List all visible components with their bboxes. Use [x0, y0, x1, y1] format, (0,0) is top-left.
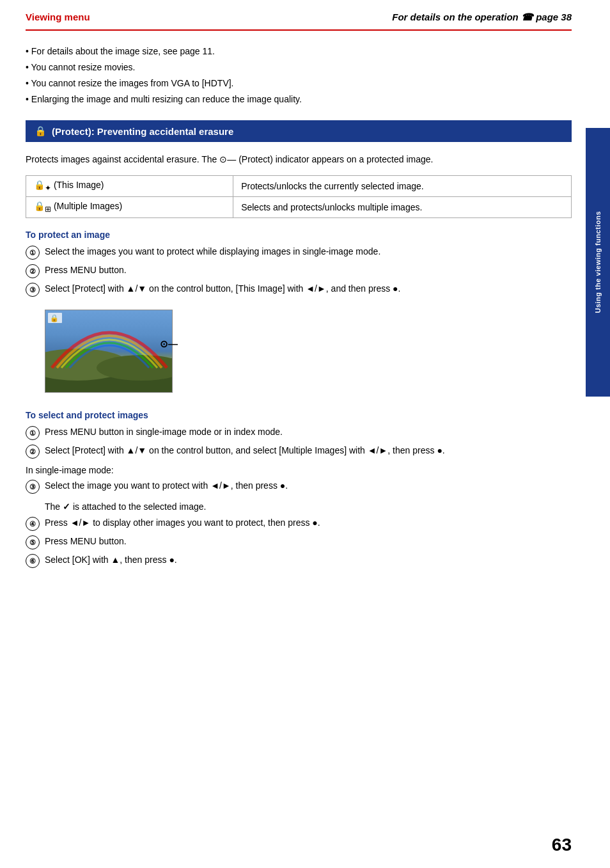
step-item: ③ Select [Protect] with ▲/▼ on the contr… [26, 282, 572, 297]
step-number-5: ⑤ [26, 535, 40, 549]
mode-label: In single-image mode: [26, 465, 572, 475]
table-cell-multi-image-icon: 🔒⊞ (Multiple Images) [26, 197, 233, 218]
page-header: Viewing menu For details on the operatio… [0, 0, 610, 29]
bullet-note-3: You cannot resize the images from VGA to… [26, 75, 572, 91]
step-number-1: ① [26, 246, 40, 260]
svg-text:🔒: 🔒 [50, 313, 59, 322]
subsection-heading-protect: To protect an image [26, 230, 572, 240]
step-text-s2: Select [Protect] with ▲/▼ on the control… [45, 444, 572, 457]
bullet-note-2: You cannot resize movies. [26, 59, 572, 75]
step-number-2: ② [26, 264, 40, 278]
step-text-2: Press MENU button. [45, 264, 572, 277]
step-number-3: ③ [26, 283, 40, 297]
phone-icon: ☎ [521, 12, 536, 22]
sub-step-checkmark: The ✓ is attached to the selected image. [45, 500, 572, 514]
table-row: 🔒⊞ (Multiple Images) Selects and protect… [26, 197, 572, 218]
step-item: ⑥ Select [OK] with ▲, then press ●. [26, 553, 572, 568]
step-item: ② Select [Protect] with ▲/▼ on the contr… [26, 444, 572, 459]
step-item: ① Press MENU button in single-image mode… [26, 425, 572, 440]
checkmark-icon: ✓ [63, 501, 70, 512]
step-number-3a: ③ [26, 480, 40, 494]
section-header-protect: 🔒 (Protect): Preventing accidental erasu… [26, 120, 572, 142]
step-text-1: Select the images you want to protect wh… [45, 245, 572, 258]
right-sidebar: Using the viewing functions [586, 128, 610, 397]
main-content: For details about the image size, see pa… [0, 31, 610, 587]
step-number-s1: ① [26, 426, 40, 440]
step-text-3: Select [Protect] with ▲/▼ on the control… [45, 282, 572, 296]
step-number-s2: ② [26, 445, 40, 459]
subsection-heading-select: To select and protect images [26, 410, 572, 420]
steps-4-6: ④ Press ◄/► to display other images you … [26, 516, 572, 568]
protect-icon: 🔒 [35, 125, 47, 137]
section-header-title: (Protect): Preventing accidental erasure [52, 126, 233, 137]
table-cell-this-image-desc: Protects/unlocks the currently selected … [233, 176, 572, 197]
bullet-notes: For details about the image size, see pa… [26, 43, 572, 107]
protect-steps: ① Select the images you want to protect … [26, 245, 572, 297]
table-cell-this-image-icon: 🔒✦ (This Image) [26, 176, 233, 197]
protect-symbol-outside: ⊙― [160, 338, 178, 350]
step-item: ③ Select the image you want to protect w… [26, 479, 572, 494]
protect-table: 🔒✦ (This Image) Protects/unlocks the cur… [26, 175, 572, 218]
sidebar-label: Using the viewing functions [594, 211, 602, 313]
step-number-4: ④ [26, 517, 40, 531]
camera-image-wrapper: 🔒 ⊙― [26, 303, 173, 399]
step-item: ④ Press ◄/► to display other images you … [26, 516, 572, 531]
select-protect-steps: ① Press MENU button in single-image mode… [26, 425, 572, 459]
page-container: Viewing menu For details on the operatio… [0, 0, 610, 868]
table-row: 🔒✦ (This Image) Protects/unlocks the cur… [26, 176, 572, 197]
step-text-6: Select [OK] with ▲, then press ●. [45, 553, 572, 567]
step-text-5: Press MENU button. [45, 535, 572, 548]
step-item: ⑤ Press MENU button. [26, 535, 572, 549]
table-cell-multi-image-desc: Selects and protects/unlocks multiple im… [233, 197, 572, 218]
step-text-4: Press ◄/► to display other images you wa… [45, 516, 572, 530]
section-title: Viewing menu [26, 12, 90, 22]
step-text-s1: Press MENU button in single-image mode o… [45, 425, 572, 439]
page-number: 63 [552, 835, 572, 855]
protect-indicator-inline: ⊙― [219, 154, 239, 164]
operation-reference: For details on the operation ☎ page 38 [392, 12, 572, 23]
bullet-note-1: For details about the image size, see pa… [26, 43, 572, 59]
rainbow-svg: 🔒 [45, 310, 173, 393]
step-text-3a: Select the image you want to protect wit… [45, 479, 572, 493]
step-item: ② Press MENU button. [26, 264, 572, 278]
protect-description: Protects images against accidental erasu… [26, 152, 572, 166]
step-item: ① Select the images you want to protect … [26, 245, 572, 260]
bullet-note-4: Enlarging the image and multi resizing c… [26, 91, 572, 107]
operation-text: For details on the operation ☎ page 38 [392, 12, 572, 22]
single-image-steps: ③ Select the image you want to protect w… [26, 479, 572, 494]
step-number-6: ⑥ [26, 554, 40, 568]
camera-image: 🔒 [45, 310, 173, 393]
